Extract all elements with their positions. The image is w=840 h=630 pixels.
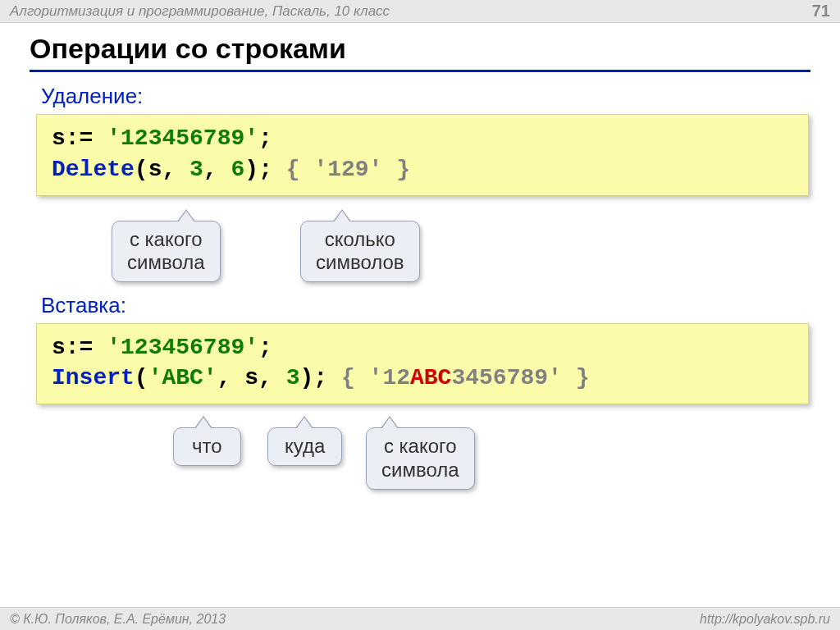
code-delete: s:= '123456789'; Delete(s, 3, 6); { '129… [36, 114, 809, 196]
code-assign: := [66, 335, 94, 360]
code-semi: ; [258, 335, 272, 360]
course-label: Алгоритмизация и программирование, Паска… [10, 3, 390, 20]
callout-how-many-chars: сколькосимволов [300, 221, 420, 283]
code-comma1: , [162, 157, 176, 182]
callouts-insert: что куда с какогосимвола [30, 404, 810, 511]
code-arg2: 3 [189, 157, 203, 182]
header-bar: Алгоритмизация и программирование, Паска… [0, 0, 840, 23]
code-fn: Insert [52, 365, 135, 390]
code-arg1: s [148, 157, 162, 182]
slide-content: Операции со строками Удаление: s:= '1234… [0, 23, 840, 511]
code-arg3: 6 [231, 157, 245, 182]
code-arg2: s [244, 365, 258, 390]
code-comment-open: { [286, 157, 300, 182]
callout-text: сколькосимволов [316, 228, 404, 274]
code-comment-close: } [396, 157, 410, 182]
code-open: ( [135, 157, 148, 182]
section-insert-label: Вставка: [41, 293, 810, 318]
code-close: ); [244, 157, 272, 182]
callout-from-which-char-2: с какогосимвола [366, 427, 475, 490]
copyright: © К.Ю. Поляков, Е.А. Ерёмин, 2013 [10, 612, 226, 627]
code-comma2: , [203, 157, 217, 182]
callout-text: что [192, 435, 222, 457]
code-comment-post: 3456789' [451, 365, 561, 390]
callout-text: с какогосимвола [381, 435, 459, 481]
callout-what: что [173, 427, 241, 466]
callouts-delete: с какогосимвола сколькосимволов [30, 196, 810, 286]
code-arg1: 'ABC' [148, 365, 217, 390]
callout-text: с какогосимвола [127, 228, 205, 274]
code-comment-red: ABC [410, 365, 451, 390]
code-var: s [52, 126, 66, 151]
code-arg3: 3 [286, 365, 300, 390]
callout-where: куда [267, 427, 342, 466]
code-insert: s:= '123456789'; Insert('ABC', s, 3); { … [36, 323, 809, 405]
section-delete-label: Удаление: [41, 84, 810, 109]
callout-from-which-char: с какогосимвола [112, 221, 221, 283]
code-comma2: , [258, 365, 272, 390]
code-comment-pre: '12 [369, 365, 410, 390]
page-title: Операции со строками [30, 33, 810, 72]
code-comma1: , [217, 365, 231, 390]
code-open: ( [135, 365, 148, 390]
code-close: ); [300, 365, 328, 390]
code-comment-val: '129' [313, 157, 382, 182]
code-comment-close: } [576, 365, 590, 390]
code-literal: '123456789' [107, 335, 258, 360]
footer-url: http://kpolyakov.spb.ru [700, 612, 830, 627]
page-number: 71 [812, 2, 830, 21]
code-semi: ; [258, 126, 272, 151]
callout-text: куда [285, 435, 325, 457]
code-comment-open: { [341, 365, 355, 390]
code-fn: Delete [52, 157, 135, 182]
code-var: s [52, 335, 66, 360]
footer-bar: © К.Ю. Поляков, Е.А. Ерёмин, 2013 http:/… [0, 607, 840, 630]
code-literal: '123456789' [107, 126, 258, 151]
code-assign: := [66, 126, 94, 151]
